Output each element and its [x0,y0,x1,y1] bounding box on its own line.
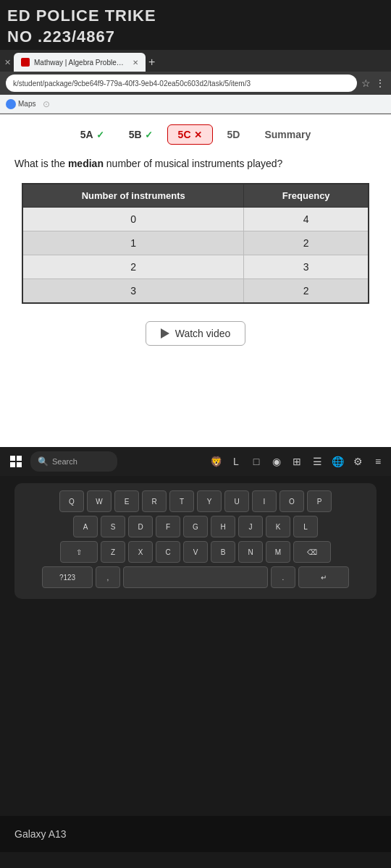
key-J[interactable]: J [238,516,263,537]
tab-favicon [21,58,30,67]
key-L[interactable]: L [293,516,318,537]
instruments-0: 0 [22,208,244,231]
tab-5D[interactable]: 5D [217,125,251,144]
tab-5A[interactable]: 5A ✓ [70,125,114,144]
key-Z[interactable]: Z [101,541,125,563]
instruments-3: 3 [22,279,244,304]
key-N[interactable]: N [238,541,263,563]
tab-close-btn[interactable]: ✕ [133,59,138,67]
windows-logo-icon [10,456,22,467]
nav-tabs: 5A ✓ 5B ✓ 5C ✕ 5D Summary [0,114,391,152]
taskbar-search[interactable]: 🔍 Search [30,451,117,472]
watch-video-button[interactable]: Watch video [146,321,246,346]
start-button[interactable] [6,451,26,472]
bookmarks-bar: Maps ⊙ [0,95,391,114]
play-icon [161,328,169,339]
key-X[interactable]: X [128,541,153,563]
key-S[interactable]: S [101,516,125,537]
key-G[interactable]: G [183,516,208,537]
table-row: 0 4 [22,208,369,231]
address-bar[interactable]: k/student/package/9cbe64f9-779a-40f3-9eb… [6,75,357,92]
key-E[interactable]: E [114,490,139,512]
frequency-2: 3 [244,255,369,279]
key-M[interactable]: M [266,541,290,563]
keyboard: Q W E R T Y U I O P A S D F G H J K L ⇧ … [14,483,377,599]
frequency-1: 2 [244,231,369,255]
bookmark-maps[interactable]: Maps [6,99,35,109]
key-T[interactable]: T [169,490,194,512]
watch-video-label: Watch video [175,328,231,339]
instruments-1: 1 [22,231,244,255]
key-Y[interactable]: Y [197,490,222,512]
key-backspace[interactable]: ⌫ [293,541,331,563]
taskbar-app-icon-2[interactable]: L [229,454,243,469]
device-name: Galaxy A13 [14,828,67,840]
key-V[interactable]: V [183,541,208,563]
key-enter[interactable]: ↵ [298,566,349,588]
top-bar: ED POLICE TRIKE NO .223/4867 [0,0,391,50]
tab-5A-check-icon: ✓ [96,129,104,140]
tab-5C[interactable]: 5C ✕ [167,124,213,145]
bookmark-maps-label: Maps [18,100,35,108]
tab-summary-label: Summary [264,129,311,140]
tab-5B-check-icon: ✓ [145,129,153,140]
tab-label: Mathway | Algebra Problem So [34,59,128,67]
taskbar: 🔍 Search 🦁 L □ ◉ ⊞ ☰ 🌐 ⚙ ≡ [0,447,391,476]
taskbar-app-icon-1[interactable]: 🦁 [209,454,223,469]
tab-5A-label: 5A [80,129,93,140]
browser-menu-icon[interactable]: ⋮ [375,77,385,89]
table-header-instruments: Number of instruments [22,184,244,208]
table-header-frequency: Frequency [244,184,369,208]
tab-5C-x-icon: ✕ [194,129,202,140]
taskbar-app-icon-9[interactable]: ≡ [371,454,385,469]
key-space[interactable] [123,566,268,588]
key-Q[interactable]: Q [59,490,84,512]
key-U[interactable]: U [224,490,249,512]
search-icon: 🔍 [38,456,49,467]
key-W[interactable]: W [87,490,112,512]
new-tab-button[interactable]: + [148,56,155,69]
key-O[interactable]: O [279,490,304,512]
key-comma[interactable]: , [96,566,120,588]
keyboard-area: Q W E R T Y U I O P A S D F G H J K L ⇧ … [0,476,391,816]
maps-icon [6,99,16,109]
key-H[interactable]: H [211,516,235,537]
key-P[interactable]: P [307,490,332,512]
key-shift[interactable]: ⇧ [60,541,98,563]
frequency-0: 4 [244,208,369,231]
watch-video-container: Watch video [0,311,391,357]
table-row: 2 3 [22,255,369,279]
search-label: Search [52,457,77,466]
key-D[interactable]: D [128,516,153,537]
key-I[interactable]: I [252,490,277,512]
key-row-2: A S D F G H J K L [20,516,371,537]
tab-bar: ✕ Mathway | Algebra Problem So ✕ + [0,50,391,72]
key-K[interactable]: K [266,516,290,537]
table-row: 3 2 [22,279,369,304]
key-C[interactable]: C [156,541,180,563]
bookmark-star-icon[interactable]: ☆ [361,77,371,89]
key-numbers[interactable]: ?123 [42,566,93,588]
key-period[interactable]: . [271,566,295,588]
tab-summary[interactable]: Summary [254,125,321,144]
tab-5C-label: 5C [178,129,191,140]
key-B[interactable]: B [211,541,235,563]
taskbar-app-icon-4[interactable]: ◉ [269,454,284,469]
key-F[interactable]: F [156,516,180,537]
taskbar-app-icon-8[interactable]: ⚙ [350,454,365,469]
tab-5B[interactable]: 5B ✓ [119,125,163,144]
taskbar-app-icon-6[interactable]: ☰ [310,454,324,469]
instruments-2: 2 [22,255,244,279]
browser-close[interactable]: ✕ [4,58,11,67]
main-content: 5A ✓ 5B ✓ 5C ✕ 5D Summary What is the me… [0,114,391,447]
taskbar-app-icon-3[interactable]: □ [249,454,264,469]
taskbar-app-icon-7[interactable]: 🌐 [330,454,345,469]
key-A[interactable]: A [73,516,98,537]
table-container: Number of instruments Frequency 0 4 1 2 … [0,180,391,311]
key-R[interactable]: R [142,490,167,512]
bookmark-extra: ⊙ [43,99,50,109]
key-row-3: ⇧ Z X C V B N M ⌫ [20,541,371,563]
active-tab[interactable]: Mathway | Algebra Problem So ✕ [14,53,146,72]
taskbar-app-icon-5[interactable]: ⊞ [290,454,304,469]
key-row-1: Q W E R T Y U I O P [20,490,371,512]
